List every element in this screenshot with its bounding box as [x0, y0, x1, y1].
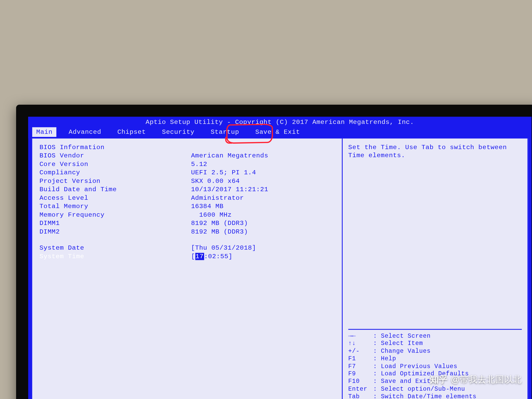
- right-pane: Set the Time. Use Tab to switch between …: [343, 138, 528, 399]
- tab-chipset[interactable]: Chipset: [113, 127, 150, 137]
- tab-security[interactable]: Security: [158, 127, 198, 137]
- system-time-rest: :02:55]: [204, 253, 232, 260]
- key-help-row: Enter: Select option/Sub-Menu: [348, 386, 522, 393]
- tab-startup[interactable]: Startup: [207, 127, 243, 137]
- page-title: Aptio Setup Utility - Copyright (C) 2017…: [28, 117, 531, 127]
- row-value: Administrator: [191, 194, 335, 202]
- row-label: BIOS Information: [39, 143, 183, 151]
- row-value: SKX 0.00 x64: [191, 177, 335, 185]
- spacer: [39, 236, 335, 244]
- row-label: Total Memory: [39, 203, 183, 211]
- left-pane: BIOS Information BIOS VendorAmerican Meg…: [32, 138, 343, 399]
- system-date-value[interactable]: [Thu 05/31/2018]: [191, 244, 335, 252]
- key-help-row: ↑↓: Select Item: [348, 340, 522, 348]
- key-help-row: F9: Load Optimized Defaults: [348, 370, 522, 378]
- row-label: Access Level: [39, 194, 183, 202]
- key-help-row: →←: Select Screen: [348, 333, 522, 340]
- row-label: BIOS Vendor: [39, 152, 183, 160]
- row-label: Project Version: [39, 177, 183, 185]
- bracket-open: [: [191, 253, 195, 260]
- system-time-hour[interactable]: 17: [195, 253, 204, 260]
- row-label: Compliancy: [39, 169, 183, 177]
- key-help-row: Tab: Switch Date/Time elements: [348, 393, 522, 399]
- row-value: 10/13/2017 11:21:21: [191, 186, 335, 194]
- row-value: UEFI 2.5; PI 1.4: [191, 169, 335, 177]
- row-value: American Megatrends: [191, 152, 335, 160]
- system-time-value[interactable]: [17:02:55]: [191, 252, 335, 261]
- row-value: [191, 143, 335, 151]
- tab-save-exit[interactable]: Save & Exit: [251, 127, 304, 137]
- tab-main[interactable]: Main: [32, 127, 57, 137]
- key-help-row: +/-: Change Values: [348, 348, 522, 355]
- system-date-label[interactable]: System Date: [39, 244, 183, 252]
- content-area: BIOS Information BIOS VendorAmerican Meg…: [31, 138, 528, 399]
- row-value: 8192 MB (DDR3): [191, 228, 335, 236]
- help-text: Set the Time. Use Tab to switch between …: [348, 143, 522, 182]
- key-help-row: F7: Load Previous Values: [348, 363, 522, 370]
- key-help-row: F10: Save and Exit: [348, 378, 522, 385]
- row-label: Core Version: [39, 160, 183, 168]
- row-label: Memory Frequency: [39, 211, 183, 219]
- menubar: Main Advanced Chipset Security Startup S…: [28, 127, 531, 138]
- row-label: Build Date and Time: [39, 186, 183, 194]
- row-value: 16384 MB: [191, 203, 335, 211]
- tab-advanced[interactable]: Advanced: [65, 127, 105, 137]
- row-value: 1600 MHz: [191, 211, 335, 219]
- row-value: 5.12: [191, 160, 335, 168]
- row-value: 8192 MB (DDR3): [191, 220, 335, 228]
- key-help: →←: Select Screen ↑↓: Select Item +/-: C…: [348, 329, 522, 399]
- bios-screen: Aptio Setup Utility - Copyright (C) 2017…: [28, 117, 531, 399]
- monitor-bezel: Aptio Setup Utility - Copyright (C) 2017…: [16, 105, 532, 399]
- system-time-label[interactable]: System Time: [39, 252, 183, 261]
- key-help-row: F1: Help: [348, 355, 522, 363]
- row-label: DIMM2: [39, 228, 183, 236]
- info-grid: BIOS Information BIOS VendorAmerican Meg…: [39, 143, 335, 261]
- row-label: DIMM1: [39, 220, 183, 228]
